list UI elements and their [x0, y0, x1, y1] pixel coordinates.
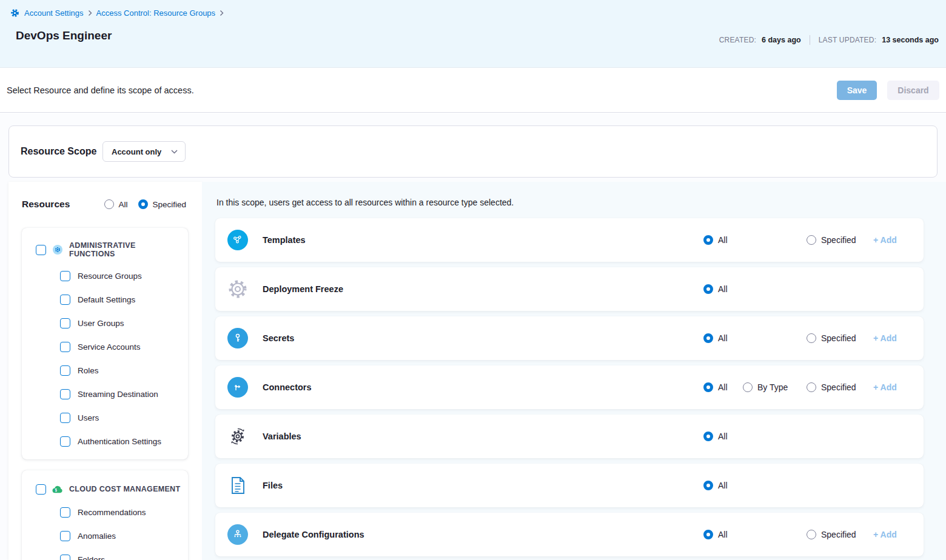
scope-option-specified[interactable]: Specified: [807, 382, 856, 392]
chevron-right-icon: [220, 10, 224, 16]
radio-unselected[interactable]: [807, 530, 816, 539]
item-checkbox[interactable]: [60, 271, 70, 281]
radio-selected[interactable]: [138, 199, 148, 209]
breadcrumb-account-settings[interactable]: Account Settings: [24, 8, 84, 18]
meta-divider: [810, 35, 810, 45]
add-resources-link[interactable]: + Add: [873, 235, 897, 245]
resources-specified-label[interactable]: Specified: [152, 200, 186, 209]
resources-all-option[interactable]: All: [104, 199, 127, 209]
scope-option-specified[interactable]: Specified: [807, 235, 856, 245]
page-header: Account Settings Access Control: Resourc…: [0, 0, 946, 68]
radio-unselected[interactable]: [807, 382, 816, 392]
resources-title: Resources: [22, 199, 70, 210]
add-resources-link[interactable]: + Add: [873, 382, 897, 392]
item-checkbox[interactable]: [60, 531, 70, 541]
item-label: Folders: [78, 555, 105, 560]
radio-selected[interactable]: [703, 382, 713, 392]
radio-selected[interactable]: [703, 432, 713, 441]
scope-option-all[interactable]: All: [703, 382, 728, 392]
resource-type-item: Service Accounts: [22, 335, 188, 359]
radio-selected[interactable]: [703, 333, 713, 343]
scope-option-all[interactable]: All: [703, 530, 728, 539]
scope-option-label[interactable]: Specified: [821, 530, 856, 539]
item-label: Service Accounts: [78, 342, 141, 352]
settings-gear-icon: [9, 7, 20, 18]
breadcrumb-resource-groups[interactable]: Access Control: Resource Groups: [96, 8, 216, 18]
scope-option-all[interactable]: All: [703, 235, 728, 245]
resource-row-title: Delegate Configurations: [263, 530, 364, 539]
radio-unselected[interactable]: [743, 382, 753, 392]
deployment-freeze-icon: [227, 279, 248, 299]
item-label: Anomalies: [78, 532, 116, 541]
scope-option-label[interactable]: All: [718, 284, 728, 294]
last-updated-value: 13 seconds ago: [882, 36, 939, 44]
resource-group-header: ADMINISTRATIVE FUNCTIONS: [22, 236, 188, 264]
scope-option-all[interactable]: All: [703, 432, 728, 441]
resource-type-item: User Groups: [22, 312, 188, 335]
scope-option-by-type[interactable]: By Type: [743, 382, 788, 392]
scope-option-label[interactable]: All: [718, 235, 728, 245]
svg-text:$: $: [55, 487, 57, 492]
group-checkbox[interactable]: [36, 484, 46, 495]
scope-option-label[interactable]: All: [718, 530, 728, 539]
item-label: Default Settings: [78, 295, 135, 304]
scope-option-specified[interactable]: Specified: [807, 530, 856, 539]
cloud-cost-icon: $: [52, 484, 63, 495]
resource-type-item: Resource Groups: [22, 264, 188, 288]
resources-sidebar: Resources All Specified ADMINISTRATIVE F…: [8, 182, 202, 560]
radio-unselected[interactable]: [807, 235, 816, 245]
connectors-icon: [227, 377, 248, 398]
breadcrumb: Account Settings Access Control: Resourc…: [9, 7, 224, 18]
scope-option-all[interactable]: All: [703, 481, 728, 490]
group-checkbox[interactable]: [36, 245, 46, 255]
item-checkbox[interactable]: [60, 318, 70, 328]
scope-option-label[interactable]: All: [718, 382, 728, 392]
resource-rows: TemplatesAllSpecified+ AddDeployment Fre…: [215, 218, 924, 560]
scope-option-label[interactable]: All: [718, 333, 728, 343]
resource-scope-dropdown[interactable]: Account only: [102, 141, 186, 162]
item-checkbox[interactable]: [60, 436, 70, 447]
resource-row-title: Templates: [263, 235, 306, 245]
resource-row: SecretsAllSpecified+ Add: [215, 316, 924, 360]
resource-types-panel: In this scope, users get access to all r…: [202, 182, 946, 560]
scope-option-label[interactable]: Specified: [821, 235, 856, 245]
item-checkbox[interactable]: [60, 413, 70, 423]
item-checkbox[interactable]: [60, 389, 70, 399]
group-label: CLOUD COST MANAGEMENT: [69, 485, 180, 493]
scope-option-label[interactable]: Specified: [821, 382, 856, 392]
item-checkbox[interactable]: [60, 507, 70, 518]
scope-option-label[interactable]: Specified: [821, 333, 856, 343]
radio-selected[interactable]: [703, 235, 713, 245]
resources-specified-option[interactable]: Specified: [138, 199, 186, 209]
radio-selected[interactable]: [703, 530, 713, 539]
created-value: 6 days ago: [762, 36, 801, 44]
save-button[interactable]: Save: [837, 81, 877, 100]
resource-row: ConnectorsAllBy TypeSpecified+ Add: [215, 365, 924, 409]
item-checkbox[interactable]: [60, 555, 70, 560]
scope-option-all[interactable]: All: [703, 333, 728, 343]
scope-option-label[interactable]: All: [718, 432, 728, 441]
radio-selected[interactable]: [703, 284, 713, 294]
add-resources-link[interactable]: + Add: [873, 530, 897, 539]
radio-unselected[interactable]: [807, 333, 816, 343]
scope-option-label[interactable]: By Type: [757, 382, 788, 392]
templates-icon: [227, 230, 248, 250]
discard-button[interactable]: Discard: [887, 81, 939, 100]
resource-type-item: Folders: [22, 548, 188, 560]
resource-row-title: Deployment Freeze: [263, 284, 343, 294]
add-resources-link[interactable]: + Add: [873, 333, 897, 343]
item-checkbox[interactable]: [60, 342, 70, 352]
item-checkbox[interactable]: [60, 365, 70, 376]
scope-option-specified[interactable]: Specified: [807, 333, 856, 343]
resource-group-card: ADMINISTRATIVE FUNCTIONSResource GroupsD…: [22, 228, 188, 459]
resources-all-label[interactable]: All: [118, 200, 127, 209]
radio-selected[interactable]: [703, 481, 713, 490]
scope-option-label[interactable]: All: [718, 481, 728, 490]
item-checkbox[interactable]: [60, 295, 70, 305]
sidebar-groups: ADMINISTRATIVE FUNCTIONSResource GroupsD…: [8, 228, 202, 560]
radio-unselected[interactable]: [104, 199, 114, 209]
last-updated-label: LAST UPDATED:: [819, 36, 877, 44]
resource-row: Deployment FreezeAll: [215, 267, 924, 311]
item-label: User Groups: [78, 319, 124, 328]
scope-option-all[interactable]: All: [703, 284, 728, 294]
